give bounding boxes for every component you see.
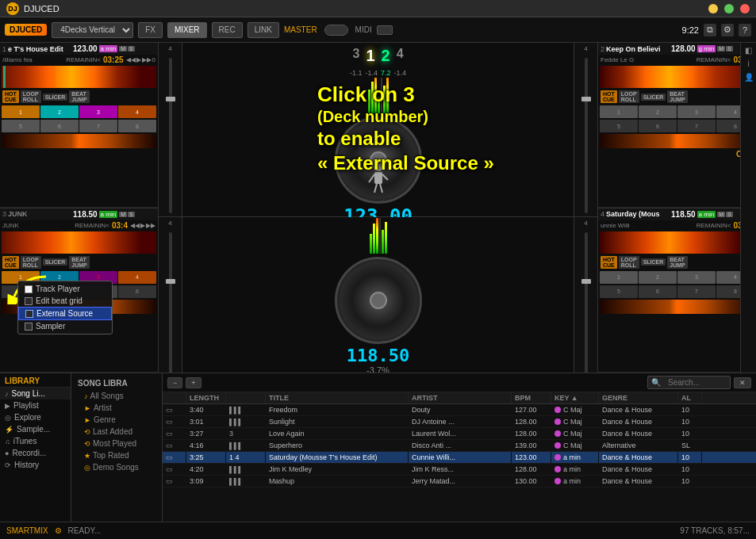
help-icon[interactable]: ? [739, 24, 751, 36]
deck-3-cue-8[interactable]: 8 [118, 285, 156, 298]
deck-4-cue-3[interactable]: 3 [677, 271, 716, 284]
lib-close-btn[interactable]: ✕ [734, 377, 751, 388]
ch-1-fader-thumb[interactable] [166, 97, 175, 101]
deck-3-cue-4[interactable]: 4 [118, 271, 156, 284]
deck-2-cue-5[interactable]: 5 [600, 120, 638, 132]
info-icon[interactable]: i [747, 59, 749, 68]
table-row[interactable]: ▭ 3:09 ▌▌▌ Mashup Jerry Matad... 130.00 … [163, 476, 756, 487]
deck-1-m-btn[interactable]: M [119, 46, 127, 52]
lib-item-sample[interactable]: ⚡ Sample... [0, 423, 71, 435]
lib-th-al[interactable]: AL [678, 392, 702, 403]
deck-2-cue-3[interactable]: 3 [677, 105, 716, 118]
menu-sampler[interactable]: Sampler [18, 320, 112, 332]
deck-1-loop-roll[interactable]: LOOPROLL [21, 90, 41, 103]
deck-2-slicer[interactable]: SLICER [641, 94, 666, 101]
minimize-button[interactable] [708, 4, 718, 13]
fx-button[interactable]: FX [138, 22, 163, 38]
deck-4-s-btn[interactable]: S [726, 212, 733, 217]
cb-track-player[interactable]: ✓ [25, 285, 33, 293]
ch-3-fader-thumb[interactable] [166, 279, 175, 284]
tree-artist[interactable]: ► Artist [71, 402, 162, 414]
menu-external-source[interactable]: External Source [18, 307, 112, 320]
lib-item-recordi[interactable]: ● Recordi... [0, 447, 71, 459]
maximize-button[interactable] [724, 4, 734, 13]
deck-1-cue-8[interactable]: 8 [118, 120, 156, 132]
copy-icon[interactable]: ⧉ [704, 24, 716, 36]
deck-1-cue-1[interactable]: 1 [2, 105, 40, 118]
deck-1-play-btn[interactable]: ▶ [136, 56, 141, 63]
master-knob[interactable] [324, 25, 348, 36]
deck-3-loop-roll[interactable]: LOOPROLL [21, 256, 41, 269]
deck-1-cue-4[interactable]: 4 [118, 105, 156, 118]
lib-th-genre[interactable]: GENRE [599, 392, 678, 403]
ch-4-fader-thumb[interactable] [581, 279, 591, 284]
lib-item-songli[interactable]: ♪ Song Li... [0, 388, 71, 399]
lib-th-key[interactable]: KEY [551, 392, 599, 403]
deck-1-cue-2[interactable]: 2 [40, 105, 79, 118]
deck-4-cue-2[interactable]: 2 [639, 271, 677, 284]
table-row-selected[interactable]: ▭ 3:25 1 4 Saturday (Mousse T's House Ed… [163, 452, 756, 464]
deck-3-prev-btn[interactable]: ◀◀ [130, 222, 140, 229]
deck-mode-select[interactable]: 4Decks Vertical [52, 22, 133, 38]
deck-1-cue-5[interactable]: 5 [2, 120, 40, 132]
menu-edit-beat[interactable]: Edit beat grid [18, 295, 112, 307]
deck-2-m-btn[interactable]: M [717, 46, 725, 52]
tree-all-songs[interactable]: ♪ All Songs [71, 390, 162, 402]
lib-minus-btn[interactable]: − [167, 377, 182, 388]
table-row[interactable]: ▭ 4:20 ▌▌▌ Jim K Medley Jim K Ress... 12… [163, 464, 756, 476]
deck-3-next-btn[interactable]: ▶▶ [146, 222, 155, 229]
deck-3-m-btn[interactable]: M [119, 212, 127, 217]
deck-3-s-btn[interactable]: S [128, 212, 135, 217]
deck-4-cue-7[interactable]: 7 [677, 285, 716, 298]
tree-top-rated[interactable]: ★ Top Rated [71, 449, 162, 461]
deck-2-hot-cue[interactable]: HOTCUE [601, 90, 617, 103]
deck-1-slicer[interactable]: SLICER [43, 94, 68, 101]
platter-bottom[interactable] [335, 257, 422, 344]
deck-4-cue-1[interactable]: 1 [600, 271, 638, 284]
lib-th-bpm[interactable]: BPM [512, 392, 551, 403]
deck-1-s-btn[interactable]: S [128, 46, 135, 52]
lib-th-length[interactable]: LENGTH [186, 392, 226, 403]
deck-4-beat-jump[interactable]: BEATJUMP [667, 256, 687, 269]
lib-item-playlist[interactable]: ▶ Playlist [0, 399, 71, 411]
deck-2-cue-2[interactable]: 2 [639, 105, 677, 118]
deck-3-play-btn[interactable]: ▶ [140, 222, 145, 229]
cb-external-source[interactable] [25, 310, 33, 318]
sidebar-toggle-icon[interactable]: ◧ [744, 46, 753, 55]
deck-2-cue-6[interactable]: 6 [639, 120, 677, 132]
close-button[interactable] [740, 4, 750, 13]
deck-4-hot-cue[interactable]: HOTCUE [601, 256, 617, 269]
deck-4-loop-roll[interactable]: LOOPROLL [619, 256, 639, 269]
person-icon[interactable]: 👤 [744, 73, 754, 82]
deck-4-cue-6[interactable]: 6 [639, 285, 677, 298]
table-row[interactable]: ▭ 4:16 ▌▌▌ Superhero Disco Anti ... 139.… [163, 440, 756, 452]
deck-2-beat-jump[interactable]: BEATJUMP [667, 90, 687, 103]
lib-plus-btn[interactable]: + [186, 377, 201, 388]
deck-3-slicer[interactable]: SLICER [43, 258, 68, 266]
table-row[interactable]: ▭ 3:40 ▌▌▌ Freedom Douty 127.00 C Maj Da… [163, 404, 756, 416]
lib-item-itunes[interactable]: ♫ iTunes [0, 435, 71, 447]
deck-1-prev-btn[interactable]: ◀◀ [126, 56, 136, 63]
settings-gear-icon[interactable]: ⚙ [55, 526, 62, 535]
deck-1-hot-cue[interactable]: HOTCUE [2, 90, 19, 103]
table-row[interactable]: ▭ 3:27 3 Love Again Laurent Wol... 128.0… [163, 428, 756, 440]
deck-2-s-btn[interactable]: S [726, 46, 733, 52]
deck-1-cue-3[interactable]: 3 [79, 105, 117, 118]
table-row[interactable]: ▭ 3:01 ▌▌▌ Sunlight DJ Antoine ... 128.0… [163, 416, 756, 428]
tree-last-added[interactable]: ⟲ Last Added [71, 426, 162, 438]
cb-sampler[interactable] [25, 323, 33, 331]
deck-4-slicer[interactable]: SLICER [641, 258, 666, 266]
deck-4-cue-5[interactable]: 5 [600, 285, 638, 298]
deck-2-cue-7[interactable]: 7 [677, 120, 716, 132]
tree-most-played[interactable]: ⟲ Most Played [71, 438, 162, 449]
tree-genre[interactable]: ► Genre [71, 414, 162, 426]
ch-2-fader-thumb[interactable] [581, 97, 591, 101]
lib-th-title[interactable]: TITLE [266, 392, 409, 403]
tree-demo-songs[interactable]: ◎ Demo Songs [71, 461, 162, 473]
deck-2-cue-1[interactable]: 1 [600, 105, 638, 118]
cb-edit-beat[interactable] [25, 297, 33, 305]
deck-1-cue-7[interactable]: 7 [79, 120, 117, 132]
link-button[interactable]: LINK [248, 22, 279, 38]
lib-item-explore[interactable]: ◎ Explore [0, 411, 71, 423]
deck-1-beat-jump[interactable]: BEATJUMP [69, 90, 89, 103]
